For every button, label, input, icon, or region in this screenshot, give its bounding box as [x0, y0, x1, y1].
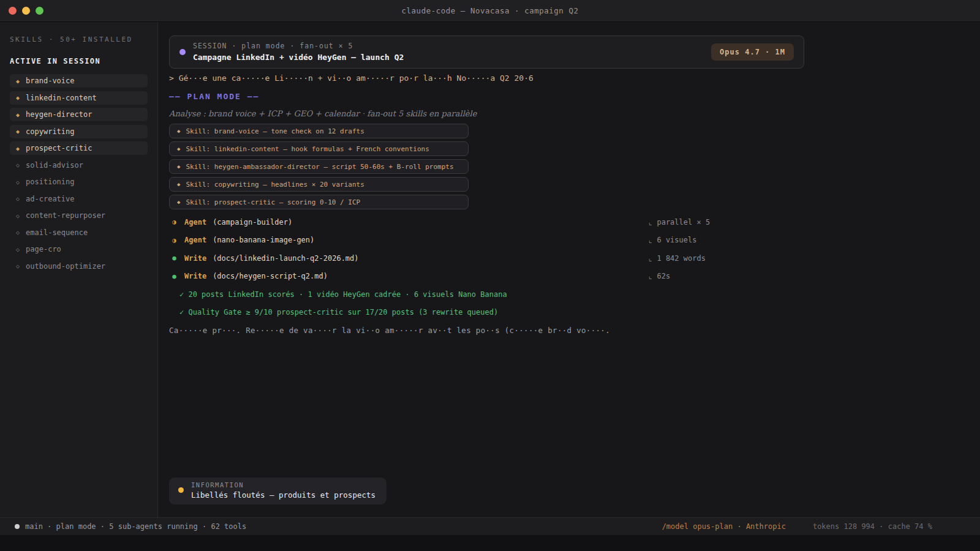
skill-invocation-list: ◆ Skill: brand-voice — tone check on 12 …	[169, 124, 980, 209]
diamond-filled-icon: ◆	[177, 199, 180, 205]
sidebar-item-skill-active[interactable]: ◆ brand-voice	[10, 74, 148, 88]
tool-call-row: ◑ Agent (nano-banana-image-gen) ⌞ 6 visu…	[169, 231, 980, 250]
sidebar-item-skill-inactive[interactable]: ◇ content-repurposer	[10, 209, 148, 222]
skill-label: outbound-optimizer	[26, 262, 105, 271]
tool-call-list: ◑ Agent (campaign-builder) ⌞ parallel × …	[169, 213, 980, 285]
model-selector[interactable]: /model opus-plan · Anthropic	[662, 522, 786, 531]
session-header-card: SESSION · plan mode · fan-out × 5 Campag…	[169, 36, 804, 69]
skill-invocation-label: Skill: heygen-ambassador-director — scri…	[186, 163, 453, 171]
branch-dot-icon	[15, 524, 20, 529]
skill-invocation-label: Skill: brand-voice — tone check on 12 dr…	[186, 127, 364, 135]
minimize-window-icon[interactable]	[22, 7, 30, 15]
tool-status-icon: ◑	[170, 218, 178, 226]
diamond-hollow-icon: ◇	[16, 246, 20, 253]
diamond-hollow-icon: ◇	[16, 212, 20, 219]
tool-target: (nano-banana-image-gen)	[213, 236, 314, 244]
diamond-hollow-icon: ◇	[16, 263, 20, 269]
tool-status-icon: ●	[170, 272, 178, 280]
tool-annotation: ⌞ 6 visuels	[648, 236, 696, 244]
tool-target: (campaign-builder)	[213, 218, 292, 227]
tool-annotation: ⌞ 1 842 words	[648, 254, 706, 263]
info-dot-icon	[178, 487, 184, 493]
tool-annotation: ⌞ 62s	[648, 272, 670, 280]
diamond-filled-icon: ◆	[177, 163, 180, 170]
tool-status-icon: ◑	[170, 236, 178, 244]
sidebar-item-skill-active[interactable]: ◆ copywriting	[10, 125, 148, 138]
tool-annotation: ⌞ parallel × 5	[648, 218, 710, 227]
result-row: ✓ 20 posts LinkedIn scorés · 1 vidéo Hey…	[169, 285, 980, 304]
diamond-filled-icon: ◆	[16, 145, 20, 152]
inactive-skill-list: ◇ solid-advisor ◇ positioning ◇ ad-creat…	[10, 159, 148, 273]
traffic-lights	[9, 7, 43, 15]
branch-status-text: main · plan mode · 5 sub-agents running …	[25, 522, 246, 531]
model-badge[interactable]: Opus 4.7 · 1M	[711, 43, 794, 61]
tool-status-icon: ●	[170, 254, 178, 262]
sidebar-item-skill-inactive[interactable]: ◇ email-sequence	[10, 226, 148, 239]
sidebar-item-skill-inactive[interactable]: ◇ positioning	[10, 175, 148, 189]
closing-note: Ca·····e pr···. Re·····e de va····r la v…	[169, 321, 980, 340]
sidebar-item-skill-active[interactable]: ◆ heygen-director	[10, 108, 148, 121]
skill-label: ad-creative	[26, 195, 74, 203]
zoom-window-icon[interactable]	[36, 7, 43, 15]
title-bar: claude-code — Novacasa · campaign Q2	[0, 0, 980, 22]
analysis-note: Analyse : brand voice + ICP + GEO + cale…	[169, 108, 980, 120]
sidebar: SKILLS · 50+ INSTALLED ACTIVE IN SESSION…	[0, 22, 158, 517]
tool-call-row: ● Write (docs/linkedin-launch-q2-2026.md…	[169, 249, 980, 268]
diamond-filled-icon: ◆	[177, 146, 180, 152]
tool-target: (docs/heygen-script-q2.md)	[213, 272, 328, 280]
diamond-filled-icon: ◆	[177, 128, 180, 134]
skill-label: copywriting	[26, 127, 74, 136]
skill-label: heygen-director	[26, 110, 92, 119]
session-title: Campagne LinkedIn + vidéo HeyGen — launc…	[193, 53, 794, 62]
sidebar-item-skill-inactive[interactable]: ◇ page-cro	[10, 242, 148, 256]
tool-name: Agent	[184, 218, 206, 227]
skill-invocation-label: Skill: prospect-critic — scoring 0-10 / …	[186, 198, 360, 206]
skill-invocation-label: Skill: linkedin-content — hook formulas …	[186, 145, 429, 153]
sidebar-item-skill-inactive[interactable]: ◇ ad-creative	[10, 192, 148, 206]
status-right-group: /model opus-plan · Anthropic tokens 128 …	[662, 522, 932, 531]
diamond-filled-icon: ◆	[16, 128, 20, 135]
tool-name: Write	[184, 272, 206, 280]
close-window-icon[interactable]	[9, 7, 17, 15]
skill-label: linkedin-content	[26, 94, 97, 102]
diamond-filled-icon: ◆	[177, 181, 180, 187]
diamond-hollow-icon: ◇	[16, 162, 20, 168]
result-list: ✓ 20 posts LinkedIn scorés · 1 vidéo Hey…	[169, 285, 980, 321]
tool-name: Write	[184, 254, 206, 263]
info-label: INFORMATION	[191, 481, 375, 489]
token-usage: tokens 128 994 · cache 74 %	[813, 522, 932, 531]
skill-invocation-row: ◆ Skill: brand-voice — tone check on 12 …	[169, 124, 469, 138]
skill-label: positioning	[26, 178, 74, 186]
skill-invocation-row: ◆ Skill: copywriting — headlines × 20 va…	[169, 177, 469, 192]
sidebar-item-skill-inactive[interactable]: ◇ solid-advisor	[10, 159, 148, 172]
status-bar: main · plan mode · 5 sub-agents running …	[0, 517, 980, 535]
tool-call-row: ◑ Agent (campaign-builder) ⌞ parallel × …	[169, 213, 980, 231]
diamond-hollow-icon: ◇	[16, 195, 20, 202]
skills-header: SKILLS · 50+ INSTALLED	[10, 36, 148, 43]
session-meta: SESSION · plan mode · fan-out × 5	[193, 42, 794, 50]
diamond-hollow-icon: ◇	[16, 179, 20, 186]
skill-label: content-repurposer	[26, 211, 105, 220]
sidebar-item-skill-inactive[interactable]: ◇ outbound-optimizer	[10, 260, 148, 273]
skill-label: email-sequence	[26, 228, 88, 237]
terminal-pane: SESSION · plan mode · fan-out × 5 Campag…	[158, 22, 980, 517]
skill-label: solid-advisor	[26, 161, 83, 170]
bottom-strip	[0, 535, 980, 551]
tool-name: Agent	[184, 236, 206, 244]
session-status-dot-icon	[179, 49, 186, 55]
active-section-title: ACTIVE IN SESSION	[10, 57, 148, 66]
skill-label: page-cro	[26, 245, 61, 253]
diamond-hollow-icon: ◇	[16, 229, 20, 236]
active-skill-list: ◆ brand-voice ◆ linkedin-content ◆ heyge…	[10, 74, 148, 155]
plan-mode-header: —— PLAN MODE ——	[169, 91, 980, 103]
information-toast: INFORMATION Libellés floutés — produits …	[169, 478, 386, 504]
sidebar-item-skill-active[interactable]: ◆ linkedin-content	[10, 91, 148, 105]
info-text: Libellés floutés — produits et prospects	[191, 490, 375, 500]
sidebar-item-skill-active[interactable]: ◆ prospect-critic	[10, 141, 148, 155]
skill-invocation-row: ◆ Skill: prospect-critic — scoring 0-10 …	[169, 195, 469, 209]
user-prompt-line: > Gé···e une ca·····e Li·····n + vi··o a…	[169, 72, 980, 84]
diamond-filled-icon: ◆	[16, 78, 20, 84]
app-frame: SKILLS · 50+ INSTALLED ACTIVE IN SESSION…	[0, 22, 980, 517]
skill-label: prospect-critic	[26, 144, 92, 152]
result-row: ✓ Quality Gate ≥ 9/10 prospect-critic su…	[169, 304, 980, 322]
